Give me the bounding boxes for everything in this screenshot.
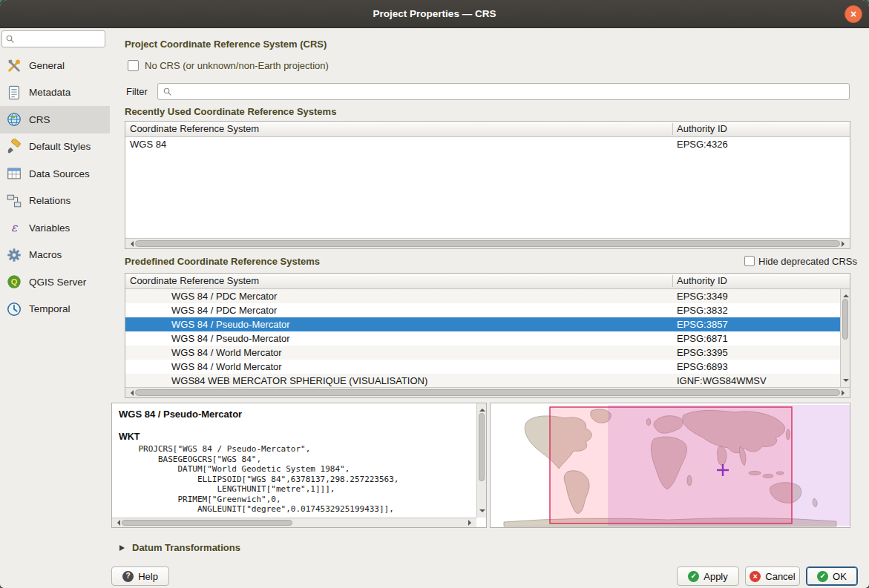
sidebar-item-label: Macros bbox=[29, 249, 62, 260]
close-icon[interactable]: × bbox=[845, 5, 862, 23]
crs-name-cell: WGS 84 / PDC Mercator bbox=[171, 303, 277, 317]
crs-name-cell: WGS 84 bbox=[130, 137, 166, 151]
table-row[interactable]: WGS84 WEB MERCATOR SPHERIQUE (VISUALISAT… bbox=[125, 374, 841, 388]
table-row[interactable]: WGS 84 / World Mercator EPSG:6893 bbox=[125, 360, 841, 374]
epsilon-icon: ε bbox=[6, 219, 22, 236]
scrollbar-thumb[interactable] bbox=[135, 389, 840, 396]
scroll-down-arrow[interactable] bbox=[843, 379, 849, 385]
details-vertical-scrollbar[interactable] bbox=[476, 403, 486, 518]
table-row[interactable]: WGS 84 / PDC Mercator EPSG:3349 bbox=[125, 289, 841, 303]
table-row[interactable]: WGS 84 / PDC Mercator EPSG:3832 bbox=[125, 303, 841, 317]
hide-deprecated-checkbox[interactable] bbox=[744, 256, 755, 266]
project-properties-dialog: Project Properties — CRS × General Metad… bbox=[0, 0, 869, 588]
metadata-icon bbox=[6, 85, 22, 101]
scroll-up-arrow[interactable] bbox=[479, 406, 485, 412]
crs-name-cell: WGS 84 / Pseudo-Mercator bbox=[171, 317, 290, 331]
scrollbar-thumb[interactable] bbox=[122, 520, 292, 526]
sidebar-item-data-sources[interactable]: Data Sources bbox=[0, 160, 110, 188]
sidebar-item-macros[interactable]: Macros bbox=[0, 242, 110, 269]
help-icon: ? bbox=[122, 571, 134, 582]
sidebar-item-label: Metadata bbox=[29, 87, 70, 98]
sidebar-item-label: CRS bbox=[29, 114, 50, 125]
window-title: Project Properties — CRS bbox=[373, 8, 496, 19]
column-header-authority[interactable]: Authority ID bbox=[672, 122, 727, 137]
apply-check-icon: ✓ bbox=[688, 571, 699, 582]
scroll-up-arrow[interactable] bbox=[843, 291, 849, 297]
cancel-button[interactable]: × Cancel bbox=[745, 566, 800, 586]
title-bar[interactable]: Project Properties — CRS × bbox=[0, 0, 869, 28]
sidebar-item-relations[interactable]: Relations bbox=[0, 188, 110, 215]
predefined-crs-heading: Predefined Coordinate Reference Systems bbox=[125, 256, 320, 267]
svg-text:ε: ε bbox=[11, 221, 18, 234]
expander-triangle-icon bbox=[119, 545, 125, 551]
sidebar-item-variables[interactable]: ε Variables bbox=[0, 214, 110, 242]
scroll-right-arrow[interactable] bbox=[842, 390, 847, 396]
column-header-authority[interactable]: Authority ID bbox=[672, 274, 727, 289]
cancel-button-label: Cancel bbox=[765, 571, 795, 582]
column-header-crs[interactable]: Coordinate Reference System bbox=[125, 122, 259, 137]
details-horizontal-scrollbar[interactable] bbox=[112, 518, 476, 527]
scrollbar-thumb[interactable] bbox=[479, 413, 485, 481]
table-row[interactable]: WGS 84 / World Mercator EPSG:3395 bbox=[125, 346, 841, 360]
table-row[interactable]: WGS 84 / Pseudo-Mercator EPSG:6871 bbox=[125, 331, 841, 346]
sidebar-item-label: QGIS Server bbox=[29, 277, 86, 288]
authority-cell: IGNF:WGS84WMSV bbox=[677, 374, 767, 388]
authority-cell: EPSG:3395 bbox=[677, 346, 728, 360]
scroll-right-arrow[interactable] bbox=[468, 520, 474, 526]
datum-transformations-expander[interactable]: Datum Transformations bbox=[119, 542, 240, 553]
datum-transformations-label: Datum Transformations bbox=[132, 542, 240, 553]
gear-icon bbox=[6, 247, 22, 263]
no-crs-checkbox[interactable] bbox=[128, 60, 139, 71]
table-icon bbox=[6, 165, 22, 182]
predefined-crs-table: Coordinate Reference System Authority ID… bbox=[125, 273, 850, 398]
scroll-right-arrow[interactable] bbox=[842, 241, 847, 247]
scroll-left-arrow[interactable] bbox=[114, 520, 120, 526]
crs-name-cell: WGS 84 / World Mercator bbox=[171, 346, 282, 360]
predefined-table-header: Coordinate Reference System Authority ID bbox=[125, 274, 850, 289]
world-map bbox=[491, 403, 850, 527]
wkt-text: PROJCRS["WGS 84 / Pseudo-Mercator", BASE… bbox=[119, 444, 474, 516]
filter-input-box[interactable] bbox=[157, 83, 850, 100]
scroll-left-arrow[interactable] bbox=[128, 390, 134, 396]
predefined-horizontal-scrollbar[interactable] bbox=[125, 387, 850, 397]
sidebar-item-label: Variables bbox=[29, 222, 70, 234]
sidebar-item-default-styles[interactable]: Default Styles bbox=[0, 133, 110, 161]
sidebar-item-general[interactable]: General bbox=[0, 52, 110, 79]
filter-input[interactable] bbox=[176, 85, 849, 98]
apply-button-label: Apply bbox=[704, 571, 728, 582]
table-row-selected[interactable]: WGS 84 / Pseudo-Mercator EPSG:3857 bbox=[125, 317, 841, 331]
filter-label: Filter bbox=[126, 86, 148, 97]
apply-button[interactable]: ✓ Apply bbox=[677, 566, 739, 586]
sidebar-item-label: Data Sources bbox=[29, 168, 90, 179]
authority-cell: EPSG:6893 bbox=[677, 360, 728, 374]
sidebar-item-temporal[interactable]: Temporal bbox=[0, 296, 110, 323]
sidebar-search-input[interactable] bbox=[18, 33, 105, 45]
recent-table-header: Coordinate Reference System Authority ID bbox=[125, 122, 850, 137]
crs-extent-overlay bbox=[550, 407, 792, 523]
predefined-vertical-scrollbar[interactable] bbox=[840, 289, 850, 387]
clock-icon bbox=[6, 301, 22, 317]
scrollbar-thumb[interactable] bbox=[842, 299, 848, 340]
column-header-crs[interactable]: Coordinate Reference System bbox=[125, 274, 259, 289]
recent-horizontal-scrollbar[interactable] bbox=[125, 238, 850, 248]
server-icon: Q bbox=[6, 274, 22, 290]
crs-details-panel: WGS 84 / Pseudo-Mercator WKT PROJCRS["WG… bbox=[111, 403, 487, 528]
sidebar-search-box[interactable] bbox=[1, 30, 105, 47]
authority-cell: EPSG:6871 bbox=[677, 331, 728, 346]
sidebar-item-label: Relations bbox=[29, 195, 70, 206]
search-icon bbox=[163, 87, 172, 96]
help-button[interactable]: ? Help bbox=[111, 566, 169, 586]
scroll-down-arrow[interactable] bbox=[479, 509, 485, 515]
search-icon bbox=[5, 34, 15, 44]
sidebar-item-label: General bbox=[29, 60, 65, 71]
sidebar: General Metadata CRS Default Styles Data… bbox=[0, 28, 110, 588]
sidebar-item-qgis-server[interactable]: Q QGIS Server bbox=[0, 268, 110, 296]
cancel-x-icon: × bbox=[750, 571, 761, 582]
table-row[interactable]: WGS 84 EPSG:4326 bbox=[125, 137, 850, 151]
sidebar-item-metadata[interactable]: Metadata bbox=[0, 79, 110, 107]
paintbrush-icon bbox=[6, 139, 22, 155]
scroll-left-arrow[interactable] bbox=[128, 241, 134, 247]
ok-button[interactable]: ✓ OK bbox=[806, 566, 858, 586]
scrollbar-thumb[interactable] bbox=[135, 240, 840, 247]
sidebar-item-crs[interactable]: CRS bbox=[0, 106, 110, 133]
